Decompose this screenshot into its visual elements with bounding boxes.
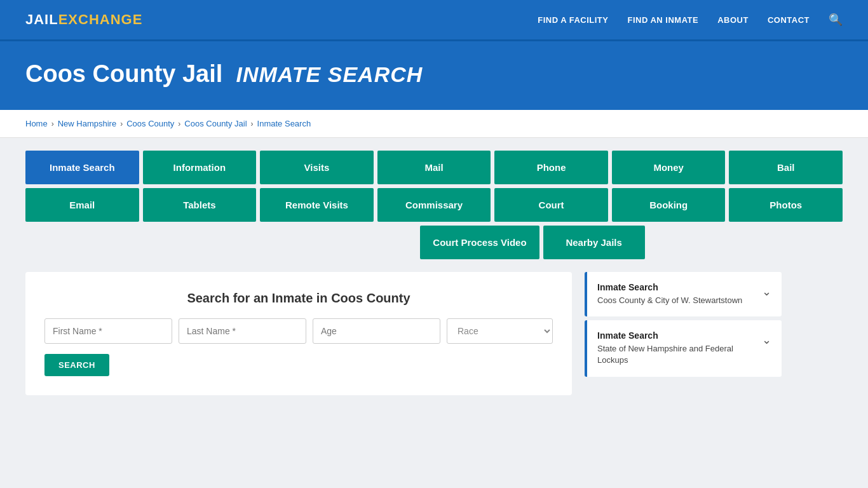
- tile-information[interactable]: Information: [143, 151, 257, 184]
- tiles-row-2: Email Tablets Remote Visits Commissary C…: [25, 188, 843, 222]
- sidebar-card-label-1: Inmate Search: [597, 282, 742, 292]
- search-fields: Race White Black Hispanic Asian Other: [44, 318, 553, 344]
- chevron-down-icon-2: ⌄: [762, 333, 771, 347]
- breadcrumb-sep-1: ›: [51, 119, 54, 128]
- tile-bail[interactable]: Bail: [729, 151, 843, 184]
- breadcrumb-sep-3: ›: [178, 119, 180, 128]
- tile-tablets[interactable]: Tablets: [143, 188, 257, 222]
- site-header: JAILEXCHANGE FIND A FACILITY FIND AN INM…: [0, 0, 868, 41]
- tile-email[interactable]: Email: [25, 188, 139, 222]
- sidebar-card-text-2: Inmate Search State of New Hampshire and…: [597, 330, 756, 366]
- tile-visits[interactable]: Visits: [260, 151, 374, 184]
- race-select[interactable]: Race White Black Hispanic Asian Other: [447, 318, 553, 344]
- nav-find-inmate[interactable]: FIND AN INMATE: [627, 15, 698, 25]
- last-name-input[interactable]: [179, 318, 306, 344]
- breadcrumb-nh[interactable]: New Hampshire: [58, 119, 116, 128]
- navigation-tiles: Inmate Search Information Visits Mail Ph…: [25, 151, 843, 259]
- jail-name: Coos County Jail: [25, 60, 222, 87]
- sidebar-card-label-2: Inmate Search: [597, 330, 756, 341]
- main-content: Inmate Search Information Visits Mail Ph…: [0, 138, 868, 488]
- site-logo[interactable]: JAILEXCHANGE: [25, 11, 142, 28]
- sidebar-card-2: Inmate Search State of New Hampshire and…: [585, 320, 782, 376]
- content-area: Search for an Inmate in Coos County Race…: [25, 272, 843, 395]
- breadcrumb-sep-2: ›: [120, 119, 123, 128]
- search-panel: Search for an Inmate in Coos County Race…: [25, 272, 572, 395]
- tile-court[interactable]: Court: [494, 188, 608, 222]
- age-input[interactable]: [313, 318, 440, 344]
- tile-phone[interactable]: Phone: [494, 151, 608, 184]
- sidebar: Inmate Search Coos County & City of W. S…: [585, 272, 782, 395]
- hero-banner: Coos County Jail INMATE SEARCH: [0, 41, 868, 110]
- tile-nearby-jails[interactable]: Nearby Jails: [543, 226, 645, 259]
- main-nav: FIND A FACILITY FIND AN INMATE ABOUT CON…: [538, 13, 843, 27]
- search-title: Search for an Inmate in Coos County: [44, 291, 553, 306]
- page-title: Coos County Jail INMATE SEARCH: [25, 60, 843, 88]
- breadcrumb-coos-county[interactable]: Coos County: [126, 119, 174, 128]
- tile-inmate-search[interactable]: Inmate Search: [25, 151, 139, 184]
- tiles-row-1: Inmate Search Information Visits Mail Ph…: [25, 151, 843, 184]
- sidebar-card-text-1: Inmate Search Coos County & City of W. S…: [597, 282, 742, 306]
- page-subtitle: INMATE SEARCH: [236, 62, 423, 86]
- tile-mail[interactable]: Mail: [377, 151, 491, 184]
- tile-commissary[interactable]: Commissary: [377, 188, 491, 222]
- search-button[interactable]: SEARCH: [44, 354, 109, 376]
- sidebar-item-2[interactable]: Inmate Search State of New Hampshire and…: [587, 320, 782, 376]
- tile-remote-visits[interactable]: Remote Visits: [260, 188, 374, 222]
- tile-photos[interactable]: Photos: [729, 188, 843, 222]
- sidebar-card-sub-1: Coos County & City of W. Stewartstown: [597, 295, 742, 306]
- logo-exchange: EXCHANGE: [58, 11, 143, 28]
- breadcrumb: Home › New Hampshire › Coos County › Coo…: [0, 110, 868, 138]
- nav-contact[interactable]: CONTACT: [768, 15, 810, 25]
- breadcrumb-coos-jail[interactable]: Coos County Jail: [184, 119, 247, 128]
- nav-about[interactable]: ABOUT: [717, 15, 749, 25]
- sidebar-item-1[interactable]: Inmate Search Coos County & City of W. S…: [587, 272, 782, 316]
- search-icon[interactable]: 🔍: [829, 13, 843, 27]
- sidebar-card-sub-2: State of New Hampshire and Federal Locku…: [597, 343, 756, 366]
- tile-money[interactable]: Money: [612, 151, 726, 184]
- chevron-down-icon-1: ⌄: [762, 285, 771, 299]
- nav-find-facility[interactable]: FIND A FACILITY: [538, 15, 608, 25]
- sidebar-card-1: Inmate Search Coos County & City of W. S…: [585, 272, 782, 316]
- breadcrumb-home[interactable]: Home: [25, 119, 48, 128]
- logo-jail: JAIL: [25, 11, 58, 28]
- tile-court-process-video[interactable]: Court Process Video: [420, 226, 539, 259]
- breadcrumb-current: Inmate Search: [257, 119, 311, 128]
- first-name-input[interactable]: [44, 318, 172, 344]
- breadcrumb-sep-4: ›: [251, 119, 254, 128]
- tile-booking[interactable]: Booking: [612, 188, 726, 222]
- tiles-row-3: Court Process Video Nearby Jails: [222, 226, 843, 259]
